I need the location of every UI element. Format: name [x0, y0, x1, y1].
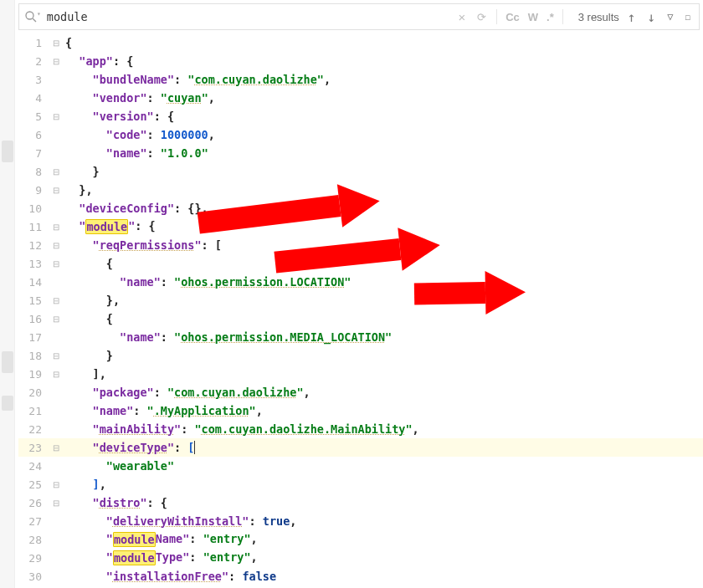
search-icon: ▾ [24, 10, 42, 23]
line-number: 1 [18, 37, 49, 49]
prev-match-icon[interactable]: ↑ [624, 9, 639, 25]
line-number: 27 [18, 515, 49, 528]
whole-word-toggle[interactable]: W [526, 11, 540, 23]
search-input[interactable] [47, 10, 97, 23]
search-match: module [113, 532, 156, 547]
line-number: 16 [18, 313, 49, 325]
line-number: 15 [18, 294, 49, 307]
line-number: 2 [18, 55, 49, 68]
line-number: 14 [18, 276, 49, 289]
line-number: 11 [18, 221, 49, 233]
toggle-panel-icon[interactable]: ☐ [681, 12, 694, 23]
line-number: 6 [18, 129, 49, 141]
line-number: 19 [18, 368, 49, 381]
active-line: 23⊟ "deviceType": [ [18, 438, 703, 457]
left-gutter-bar [0, 0, 15, 588]
line-number: 18 [18, 350, 49, 362]
line-number: 17 [18, 331, 49, 344]
line-number: 22 [18, 423, 49, 436]
svg-line-1 [33, 18, 36, 22]
line-number: 23 [18, 442, 49, 454]
line-number: 13 [18, 258, 49, 270]
code-editor[interactable]: 1⊟{ 2⊟ "app": { 3 "bundleName": "com.cuy… [18, 33, 703, 588]
line-number: 8 [18, 166, 49, 178]
line-number: 5 [18, 110, 49, 123]
search-match: module [85, 219, 128, 234]
line-number: 21 [18, 405, 49, 417]
line-number: 9 [18, 184, 49, 197]
results-count: 3 results [578, 11, 619, 23]
refresh-icon[interactable]: ⟳ [474, 11, 490, 23]
side-tab[interactable] [2, 396, 13, 411]
line-number: 25 [18, 478, 49, 491]
line-number: 7 [18, 147, 49, 160]
caret [194, 441, 195, 454]
clear-icon[interactable]: × [454, 10, 469, 24]
side-tab[interactable] [2, 351, 13, 373]
line-number: 24 [18, 460, 49, 473]
line-number: 10 [18, 202, 49, 215]
svg-point-0 [26, 12, 33, 19]
line-number: 4 [18, 92, 49, 105]
line-number: 3 [18, 74, 49, 86]
line-number: 20 [18, 386, 49, 399]
side-tab[interactable] [2, 141, 13, 162]
next-match-icon[interactable]: ↓ [644, 9, 659, 25]
line-number: 30 [18, 570, 49, 583]
filter-icon[interactable]: ▽ [664, 11, 676, 23]
line-number: 28 [18, 534, 49, 546]
line-number: 29 [18, 552, 49, 565]
search-match: module [113, 550, 156, 565]
regex-toggle[interactable]: .* [545, 11, 556, 23]
match-case-toggle[interactable]: Cc [504, 11, 521, 23]
find-bar: ▾ × ⟳ Cc W .* 3 results ↑ ↓ ▽ ☐ [18, 3, 700, 30]
line-number: 12 [18, 239, 49, 252]
line-number: 26 [18, 497, 49, 509]
